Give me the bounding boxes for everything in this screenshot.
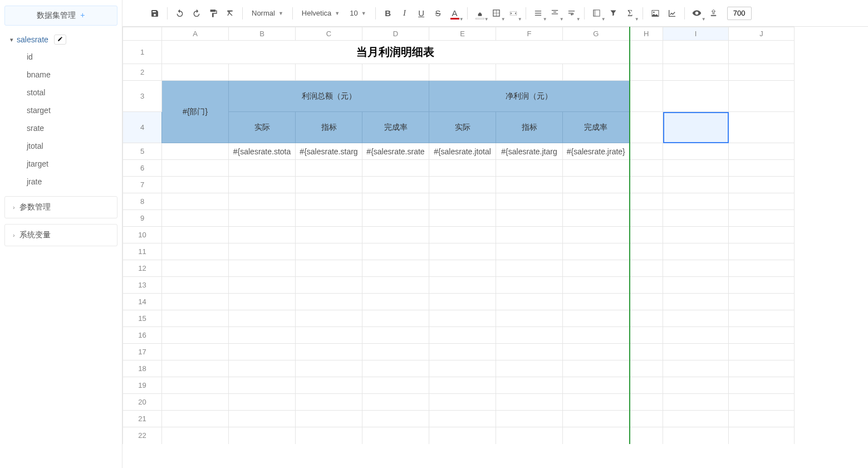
cell[interactable] bbox=[630, 394, 663, 411]
cell[interactable] bbox=[496, 260, 563, 277]
cell[interactable] bbox=[729, 427, 795, 444]
cell[interactable] bbox=[563, 260, 630, 277]
row-header[interactable]: 18 bbox=[123, 360, 162, 377]
cell[interactable] bbox=[162, 344, 229, 360]
cell[interactable] bbox=[630, 143, 663, 160]
strike-icon[interactable]: S bbox=[430, 6, 446, 21]
border-icon[interactable]: ▼ bbox=[489, 6, 504, 21]
sysvars-panel[interactable]: › 系统变量 bbox=[4, 224, 117, 246]
cell[interactable] bbox=[663, 243, 729, 260]
row-header[interactable]: 12 bbox=[123, 260, 162, 277]
clear-format-icon[interactable] bbox=[222, 6, 238, 21]
cell[interactable] bbox=[563, 377, 630, 394]
col-header[interactable]: G bbox=[563, 27, 630, 41]
cell[interactable] bbox=[563, 64, 630, 81]
cell[interactable] bbox=[296, 210, 362, 227]
cell[interactable] bbox=[630, 360, 663, 377]
cell[interactable] bbox=[729, 227, 795, 243]
bold-icon[interactable]: B bbox=[380, 6, 396, 21]
cell[interactable] bbox=[729, 81, 795, 112]
cell[interactable] bbox=[496, 294, 563, 310]
cell[interactable] bbox=[229, 344, 296, 360]
cell[interactable] bbox=[429, 394, 496, 411]
cell[interactable] bbox=[496, 377, 563, 394]
cell[interactable] bbox=[162, 377, 229, 394]
cell[interactable] bbox=[429, 227, 496, 243]
cell[interactable] bbox=[362, 411, 429, 427]
cell[interactable] bbox=[229, 227, 296, 243]
cell[interactable] bbox=[729, 193, 795, 210]
cell[interactable] bbox=[362, 243, 429, 260]
cell[interactable] bbox=[162, 411, 229, 427]
freeze-icon[interactable]: ▼ bbox=[589, 6, 605, 21]
cell[interactable] bbox=[630, 243, 663, 260]
cell[interactable] bbox=[663, 41, 729, 64]
cell[interactable] bbox=[563, 327, 630, 344]
cell[interactable] bbox=[663, 193, 729, 210]
cell[interactable] bbox=[162, 427, 229, 444]
cell[interactable] bbox=[229, 327, 296, 344]
cell[interactable] bbox=[362, 260, 429, 277]
cell[interactable] bbox=[663, 260, 729, 277]
cell[interactable] bbox=[296, 294, 362, 310]
cell[interactable] bbox=[296, 377, 362, 394]
sheet[interactable]: A B C D E F G H I J 1 bbox=[122, 27, 868, 468]
tree-leaf[interactable]: starget bbox=[27, 101, 117, 119]
cell[interactable] bbox=[563, 344, 630, 360]
cell[interactable] bbox=[296, 64, 362, 81]
cell[interactable] bbox=[496, 160, 563, 177]
fill-color-icon[interactable]: ▼ bbox=[472, 6, 488, 21]
size-select[interactable]: 10 ▼ bbox=[345, 6, 370, 21]
add-dataset-icon[interactable]: + bbox=[80, 11, 85, 20]
cell[interactable] bbox=[296, 193, 362, 210]
cell[interactable] bbox=[663, 327, 729, 344]
cell[interactable] bbox=[563, 177, 630, 193]
cell[interactable] bbox=[630, 377, 663, 394]
cell[interactable] bbox=[563, 193, 630, 210]
cell[interactable] bbox=[663, 277, 729, 294]
format-painter-icon[interactable] bbox=[205, 6, 221, 21]
cell[interactable] bbox=[729, 160, 795, 177]
cell[interactable] bbox=[663, 360, 729, 377]
cell[interactable] bbox=[296, 260, 362, 277]
cell[interactable]: #{salesrate.starg bbox=[296, 143, 362, 160]
col-header[interactable]: C bbox=[296, 27, 362, 41]
cell[interactable] bbox=[229, 160, 296, 177]
h-align-icon[interactable]: ▼ bbox=[531, 6, 546, 21]
tree-leaf[interactable]: jtarget bbox=[27, 155, 117, 173]
cell[interactable] bbox=[362, 227, 429, 243]
cell[interactable] bbox=[429, 310, 496, 327]
text-color-icon[interactable]: A ▼ bbox=[447, 6, 463, 21]
cell[interactable] bbox=[229, 277, 296, 294]
cell[interactable] bbox=[563, 227, 630, 243]
row-header[interactable]: 2 bbox=[123, 64, 162, 81]
cell[interactable] bbox=[296, 411, 362, 427]
cell[interactable] bbox=[296, 427, 362, 444]
cell[interactable] bbox=[229, 411, 296, 427]
cell[interactable]: #{salesrate.stota bbox=[229, 143, 296, 160]
tree-leaf[interactable]: stotal bbox=[27, 84, 117, 101]
cell[interactable] bbox=[429, 294, 496, 310]
row-header[interactable]: 22 bbox=[123, 427, 162, 444]
cell[interactable] bbox=[496, 193, 563, 210]
col-header[interactable]: F bbox=[496, 27, 563, 41]
cell[interactable] bbox=[229, 294, 296, 310]
row-header[interactable]: 17 bbox=[123, 344, 162, 360]
underline-icon[interactable]: U bbox=[414, 6, 429, 21]
cell[interactable] bbox=[729, 41, 795, 64]
chart-icon[interactable] bbox=[664, 6, 680, 21]
cell[interactable] bbox=[496, 427, 563, 444]
cell[interactable] bbox=[162, 260, 229, 277]
cell[interactable] bbox=[429, 327, 496, 344]
cell[interactable] bbox=[729, 277, 795, 294]
edit-icon[interactable] bbox=[54, 35, 66, 45]
row-header[interactable]: 9 bbox=[123, 210, 162, 227]
cell[interactable] bbox=[729, 394, 795, 411]
cell[interactable]: #{salesrate.jtarg bbox=[496, 143, 563, 160]
col-header[interactable]: J bbox=[729, 27, 795, 41]
cell[interactable] bbox=[630, 41, 663, 64]
cell[interactable] bbox=[663, 160, 729, 177]
cell[interactable] bbox=[362, 377, 429, 394]
cell[interactable] bbox=[496, 394, 563, 411]
cell[interactable] bbox=[729, 377, 795, 394]
